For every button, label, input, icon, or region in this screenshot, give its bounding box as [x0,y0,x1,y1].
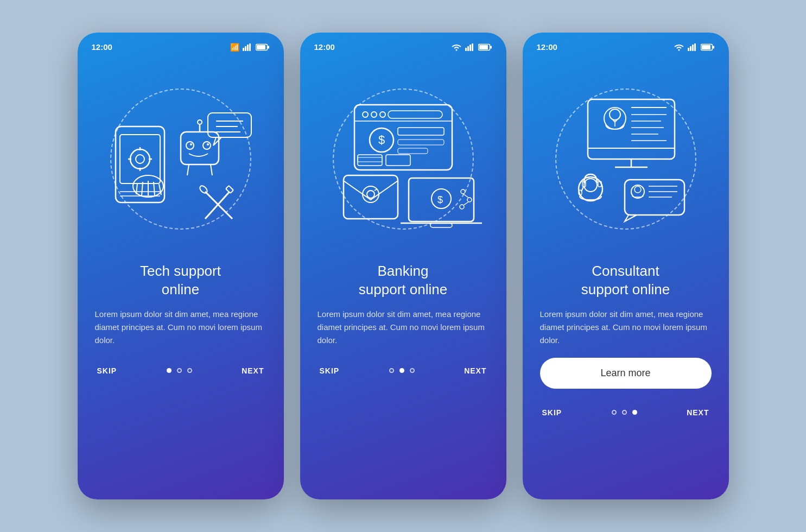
illustration-area-banking: $ [300,56,506,262]
svg-point-63 [367,191,375,198]
svg-point-71 [467,198,472,202]
bottom-nav-2: SKIP NEXT [300,358,506,391]
svg-text:$: $ [437,194,443,205]
svg-rect-1 [245,46,246,51]
skip-button-3[interactable]: SKIP [542,408,562,417]
svg-rect-43 [472,43,473,51]
phone-screen-banking: 12:00 [300,33,506,499]
screen-description-3: Lorem ipsum dolor sit dim amet, mea regi… [540,308,712,347]
dots-1 [167,368,192,373]
svg-rect-7 [116,126,164,202]
svg-point-23 [190,143,192,145]
status-bar-1: 12:00 📶 [78,33,284,56]
svg-rect-3 [249,43,251,51]
dot-1-1 [167,368,172,373]
svg-point-24 [203,142,211,149]
consultant-support-illustration [544,83,707,235]
wifi-icon-2 [451,43,462,51]
text-content-tech: Tech supportonline Lorem ipsum dolor sit… [78,262,284,358]
svg-rect-75 [688,48,689,51]
dot-2-1 [389,368,394,373]
bottom-nav-3: SKIP NEXT [523,400,729,433]
time-1: 12:00 [92,42,112,52]
next-button-1[interactable]: NEXT [242,366,264,375]
skip-button-2[interactable]: SKIP [320,366,340,375]
time-3: 12:00 [537,42,557,52]
svg-rect-61 [344,175,398,219]
svg-point-48 [363,112,368,117]
dots-3 [612,410,637,415]
dots-2 [389,368,415,373]
svg-point-27 [198,120,202,124]
dot-2-3 [410,368,415,373]
screen-title-3: Consultantsupport online [540,262,712,299]
skip-button-1[interactable]: SKIP [97,366,117,375]
banking-support-illustration: $ [322,83,485,235]
svg-point-70 [461,189,465,194]
svg-line-74 [464,202,468,205]
dot-2-2 [399,368,404,373]
dot-3-2 [622,410,627,415]
svg-rect-55 [398,128,444,135]
next-button-3[interactable]: NEXT [687,408,709,417]
svg-rect-30 [208,113,251,137]
svg-rect-76 [690,46,691,51]
svg-point-87 [610,109,620,120]
signal-icon-3 [688,43,697,51]
time-2: 12:00 [314,42,335,52]
svg-rect-78 [694,43,696,51]
learn-more-button[interactable]: Learn more [540,358,712,389]
svg-line-29 [211,164,212,175]
wifi-icon-1: 📶 [230,43,239,52]
svg-line-28 [187,164,189,175]
svg-rect-81 [702,45,710,49]
svg-rect-46 [479,45,488,49]
svg-rect-47 [354,105,452,170]
phone-screen-tech: 12:00 📶 [78,33,284,499]
tech-support-illustration [99,83,262,235]
screens-container: 12:00 📶 [78,33,729,499]
svg-rect-56 [398,140,444,145]
svg-line-73 [463,194,468,198]
svg-rect-42 [469,45,471,51]
status-icons-2 [451,43,492,51]
signal-icon-1 [243,43,252,51]
battery-icon-3 [701,43,715,51]
svg-rect-58 [358,155,382,166]
phone-screen-consultant: 12:00 [523,33,729,499]
screen-title-2: Bankingsupport online [318,262,489,299]
status-bar-3: 12:00 [523,33,729,56]
status-icons-1: 📶 [230,43,270,52]
svg-point-50 [380,112,385,117]
screen-description-2: Lorem ipsum dolor sit dim amet, mea regi… [318,308,489,347]
illustration-area-consultant [523,56,729,262]
svg-rect-41 [467,46,469,51]
svg-rect-6 [257,45,265,49]
svg-rect-57 [398,148,428,154]
next-button-2[interactable]: NEXT [464,366,486,375]
battery-icon-2 [478,43,492,51]
svg-point-9 [130,149,150,169]
svg-rect-80 [713,46,714,48]
bottom-nav-1: SKIP NEXT [78,358,284,391]
battery-icon-1 [256,43,270,51]
svg-point-102 [631,185,644,198]
svg-rect-0 [243,48,244,51]
text-content-banking: Bankingsupport online Lorem ipsum dolor … [300,262,506,358]
svg-line-16 [136,183,137,194]
text-content-consultant: Consultantsupport online Lorem ipsum dol… [523,262,729,400]
status-icons-3 [674,43,715,51]
svg-point-72 [460,205,464,209]
svg-rect-60 [386,155,410,166]
dot-3-1 [612,410,617,415]
dot-1-2 [177,368,182,373]
svg-rect-59 [358,157,382,162]
svg-point-25 [207,143,209,145]
svg-rect-51 [388,111,442,118]
svg-text:$: $ [378,133,385,147]
svg-line-64 [375,189,377,191]
svg-point-49 [371,112,377,117]
svg-rect-45 [490,46,492,48]
signal-icon-2 [465,43,475,51]
svg-rect-82 [588,99,675,159]
